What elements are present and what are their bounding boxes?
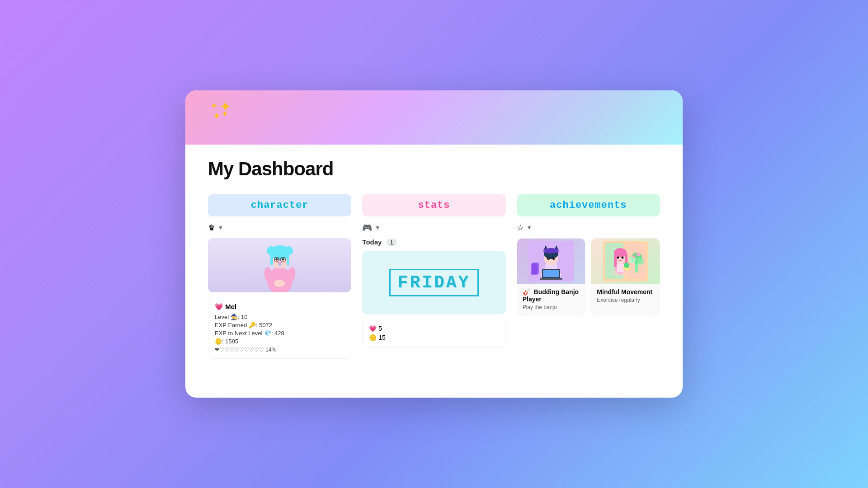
character-card [208,238,351,292]
svg-point-16 [278,263,281,266]
achievement-card-2[interactable]: Mindful Movement Exercise regularly [591,238,660,315]
achievement-info-2: Mindful Movement Exercise regularly [591,284,660,308]
svg-rect-30 [543,270,559,277]
svg-point-12 [282,258,284,261]
achievements-controls: ☆ ▼ [517,223,660,233]
svg-point-3 [274,280,285,287]
achievements-section-header: achievements [517,194,660,216]
character-chevron-icon[interactable]: ▼ [218,225,223,231]
achievement-desc-2: Exercise regularly [597,297,654,303]
achievement-emoji-1: 🎸 [523,288,530,296]
achievement-svg-1 [528,241,574,282]
svg-point-53 [621,257,623,259]
character-controls: ♛ ▼ [208,223,351,233]
svg-point-18 [283,261,286,263]
character-stats-card: 💗 Mel Level 🧙: 10 EXP Earned 🔑: 5072 EXP… [208,297,351,359]
stats-numbers-card: 💗 5 🪙 15 [362,320,505,348]
achievements-grid: 🎸 Budding Banjo Player Play the banjo [517,238,660,320]
svg-point-11 [275,258,278,261]
character-coins: 🪙: 1595 [215,338,344,345]
svg-point-17 [274,261,277,263]
stats-coins: 🪙 15 [369,334,499,341]
svg-rect-50 [614,253,617,267]
svg-point-7 [267,246,276,255]
today-header: Today 1 [362,238,505,246]
character-svg [259,238,300,292]
friday-card: FRIDAY [362,251,505,314]
character-hp-bar: ❤♡♡♡♡♡♡♡♡♡ 14% [215,347,344,353]
stats-hearts: 💗 5 [369,325,499,332]
achievement-card-1[interactable]: 🎸 Budding Banjo Player Play the banjo [517,238,586,315]
achievements-chevron-icon[interactable]: ▼ [527,225,532,231]
svg-point-43 [637,253,640,256]
svg-rect-10 [287,254,289,265]
page-title: My Dashboard [208,158,660,180]
achievements-column: achievements ☆ ▼ [517,194,660,320]
character-exp-earned: EXP Earned 🔑: 5072 [215,322,344,328]
main-window: ✦ ✦ ✦ ✦ My Dashboard character ♛ ▼ [185,90,683,398]
svg-rect-9 [270,254,273,265]
achievement-title-1: 🎸 Budding Banjo Player [523,288,580,303]
stats-controls: 🎮 ▼ [362,223,505,233]
stats-column: stats 🎮 ▼ Today 1 FRIDAY 💗 5 🪙 15 [362,194,505,348]
character-name: 💗 Mel [215,303,344,311]
svg-point-28 [543,248,559,253]
svg-point-33 [552,257,555,260]
svg-point-35 [554,258,555,258]
character-column: character ♛ ▼ [208,194,351,359]
window-content: My Dashboard character ♛ ▼ [185,145,683,381]
friday-text: FRIDAY [389,269,479,296]
sparkle-icon-3: ✦ [212,110,221,122]
sparkle-icon-1: ✦ [210,100,218,111]
achievement-image-1 [517,239,585,284]
character-level: Level 🧙: 10 [215,314,344,320]
stats-section-header: stats [362,194,505,216]
svg-rect-21 [532,263,539,274]
svg-point-55 [624,263,629,268]
character-section-header: character [208,194,351,216]
achievements-filter-icon[interactable]: ☆ [517,223,524,233]
character-exp-next: EXP to Next Level 💎: 428 [215,330,344,337]
svg-point-41 [637,258,644,265]
svg-point-52 [617,257,619,259]
window-header: ✦ ✦ ✦ ✦ [185,90,683,145]
svg-rect-47 [617,263,624,272]
achievement-title-2: Mindful Movement [597,288,654,296]
achievement-svg-2 [603,241,648,282]
achievement-desc-1: Play the banjo [523,304,580,310]
character-filter-icon[interactable]: ♛ [208,223,215,233]
svg-point-34 [548,258,549,258]
stats-filter-icon[interactable]: 🎮 [362,223,372,233]
achievement-image-2 [591,239,660,284]
svg-point-8 [284,246,293,255]
stats-chevron-icon[interactable]: ▼ [375,225,380,231]
character-image [208,238,351,292]
today-count: 1 [387,239,397,246]
dashboard-columns: character ♛ ▼ [208,194,660,359]
svg-point-44 [632,255,635,258]
svg-point-32 [547,257,550,260]
achievement-info-1: 🎸 Budding Banjo Player Play the banjo [517,284,585,315]
svg-rect-31 [540,278,562,280]
today-label: Today [362,238,382,246]
sparkle-icon-4: ✦ [221,108,229,119]
